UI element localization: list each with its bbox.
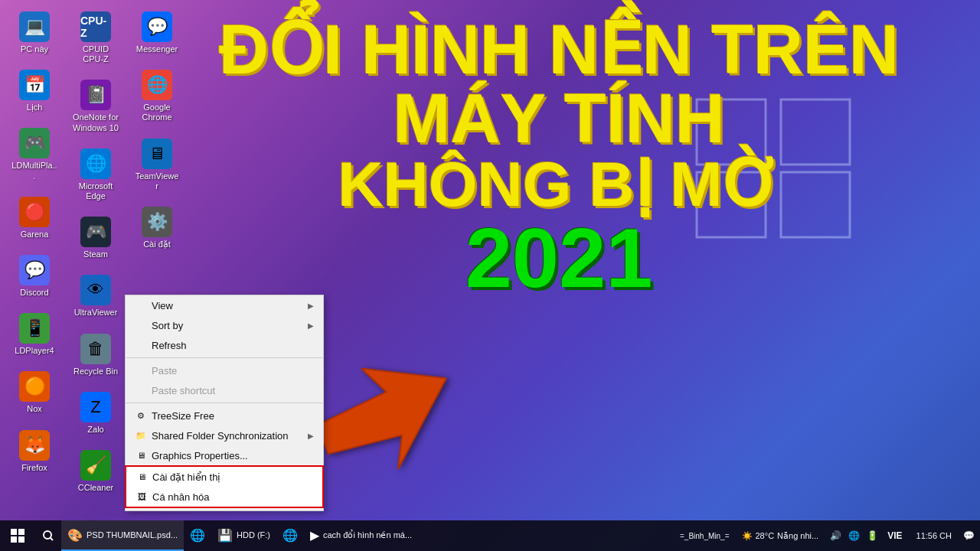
menu-item-refresh[interactable]: Refresh xyxy=(126,335,323,355)
taskbar-task-video[interactable]: ▶ cach đổi hình nền má... xyxy=(304,520,418,551)
onenote-label: OneNote for Windows 10 xyxy=(73,112,119,132)
personalize-icon: 🖼 xyxy=(136,491,148,503)
video-task-label: cach đổi hình nền má... xyxy=(323,530,412,540)
svg-rect-7 xyxy=(11,536,17,543)
network-icon[interactable]: 🌐 xyxy=(846,520,861,551)
chrome2-task-icon: 🌐 xyxy=(283,528,298,543)
weather-icon: ☀️ xyxy=(742,531,753,541)
onenote-icon: 📓 xyxy=(80,80,111,110)
display-settings-icon: 🖥 xyxy=(136,471,148,483)
recyclebin-label: Recycle Bin xyxy=(74,367,118,377)
ccleaner-label: CCleaner xyxy=(78,483,113,493)
desktop-icon-nox[interactable]: 🟠 Nox xyxy=(8,367,61,418)
menu-item-shared-folder[interactable]: 📁 Shared Folder Synchronization ▶ xyxy=(126,425,323,445)
menu-shared-folder-label: Shared Folder Synchronization xyxy=(152,430,308,442)
menu-treesizefree-label: TreeSize Free xyxy=(152,410,314,422)
hdd-task-icon: 💾 xyxy=(217,528,233,543)
video-task-icon: ▶ xyxy=(310,528,319,543)
firefox-icon: 🦊 xyxy=(19,430,50,461)
search-button[interactable] xyxy=(34,520,61,551)
menu-item-treesizefree[interactable]: ⚙ TreeSize Free xyxy=(126,406,323,425)
pc-icon: 💻 xyxy=(19,11,50,42)
desktop-icon-edge[interactable]: 🌐 Microsoft Edge xyxy=(69,145,122,205)
chrome-label: Google Chrome xyxy=(134,103,180,122)
ultraviewer-icon: 👁 xyxy=(80,275,111,305)
steam-icon: 🎮 xyxy=(80,217,111,247)
teamviewer-icon: 🖥 xyxy=(142,139,172,169)
ccleaner-icon: 🧹 xyxy=(80,450,111,481)
menu-view-label: View xyxy=(152,300,308,311)
taskbar-task-chrome[interactable]: 🌐 xyxy=(184,520,211,551)
desktop-icon-teamviewer[interactable]: 🖥 TeamViewer xyxy=(130,135,184,195)
desktop-icon-steam[interactable]: 🎮 Steam xyxy=(69,213,122,263)
svg-rect-6 xyxy=(18,529,24,535)
recyclebin-icon: 🗑 xyxy=(80,334,111,364)
menu-paste-shortcut-label: Paste shortcut xyxy=(152,385,314,396)
garena-label: Garena xyxy=(21,230,49,240)
cpuid-icon: CPU-Z xyxy=(80,11,111,42)
menu-refresh-label: Refresh xyxy=(152,340,314,351)
svg-rect-0 xyxy=(697,99,766,165)
lang-indicator[interactable]: VIE xyxy=(883,530,906,541)
taskbar-clock[interactable]: 11:56 CH xyxy=(910,530,958,541)
calendar-icon: 📅 xyxy=(19,70,50,100)
desktop-icon-recyclebin[interactable]: 🗑 Recycle Bin xyxy=(69,330,122,380)
desktop-icon-ccleaner[interactable]: 🧹 CCleaner xyxy=(69,446,122,497)
desktop-icon-firefox[interactable]: 🦊 Firefox xyxy=(8,426,61,477)
svg-rect-3 xyxy=(781,172,850,237)
menu-item-paste-shortcut: Paste shortcut xyxy=(126,380,323,400)
taskbar-task-chrome2[interactable]: 🌐 xyxy=(276,520,304,551)
garena-icon: 🔴 xyxy=(19,197,50,227)
refresh-icon xyxy=(135,339,147,351)
weather-widget[interactable]: ☀️ 28°C Nắng nhi... xyxy=(736,531,825,541)
desktop-icon-ldplayer[interactable]: 📱 LDPlayer4 xyxy=(8,309,61,360)
menu-sortby-label: Sort by xyxy=(152,320,308,331)
desktop-icon-zalo[interactable]: Z Zalo xyxy=(69,388,122,439)
hdd-task-label: HDD (F:) xyxy=(237,530,270,540)
desktop-icon-chrome[interactable]: 🌐 Google Chrome xyxy=(130,66,184,126)
ultraviewer-label: UltraViewer xyxy=(74,308,118,318)
notification-icon[interactable]: 💬 xyxy=(961,520,976,551)
taskbar-right-area: =_Binh_Min_= ☀️ 28°C Nắng nhi... 🔊 🌐 🔋 V… xyxy=(677,520,980,551)
chrome-task-icon: 🌐 xyxy=(190,528,205,543)
desktop-icon-settings[interactable]: ⚙️ Cài đặt xyxy=(130,203,184,253)
menu-item-paste: Paste xyxy=(126,360,323,380)
submenu-item-personalize[interactable]: 🖼 Cá nhân hóa xyxy=(126,487,322,507)
desktop-icon-onenote[interactable]: 📓 OneNote for Windows 10 xyxy=(69,76,122,136)
submenu-personalize: 🖥 Cài đặt hiển thị 🖼 Cá nhân hóa xyxy=(125,465,324,508)
desktop-icon-pc[interactable]: 💻 PC này xyxy=(8,8,61,58)
steam-label: Steam xyxy=(83,249,108,259)
cpuid-label: CPUID CPU-Z xyxy=(73,44,119,64)
nox-label: Nox xyxy=(27,404,42,414)
photoshop-task-label: PSD THUMBNAIL.psd... xyxy=(87,530,178,540)
paste-icon xyxy=(135,364,147,377)
desktop-icon-garena[interactable]: 🔴 Garena xyxy=(8,193,61,243)
desktop-icon-ultraviewer[interactable]: 👁 UltraViewer xyxy=(69,271,122,321)
menu-item-graphics-properties[interactable]: 🖥 Graphics Properties... xyxy=(126,445,323,465)
messenger-icon: 💬 xyxy=(142,11,172,42)
weather-desc: Nắng nhi... xyxy=(777,531,818,541)
desktop-icon-messenger[interactable]: 💬 Messenger xyxy=(130,8,184,58)
taskbar-task-photoshop[interactable]: 🎨 PSD THUMBNAIL.psd... xyxy=(61,520,184,551)
personalize-label: Cá nhân hóa xyxy=(152,491,313,503)
menu-item-view[interactable]: View ▶ xyxy=(126,295,323,315)
desktop-icon-calendar[interactable]: 📅 Lịch xyxy=(8,66,61,116)
firefox-label: Firefox xyxy=(21,463,47,473)
photoshop-task-icon: 🎨 xyxy=(67,528,83,543)
battery-icon[interactable]: 🔋 xyxy=(864,520,880,551)
volume-icon[interactable]: 🔊 xyxy=(828,520,843,551)
desktop-icon-discord[interactable]: 💬 Discord xyxy=(8,251,61,302)
taskbar-task-hdd[interactable]: 💾 HDD (F:) xyxy=(211,520,276,551)
taskbar: 🎨 PSD THUMBNAIL.psd... 🌐 💾 HDD (F:) 🌐 ▶ … xyxy=(0,520,980,551)
shared-folder-arrow: ▶ xyxy=(308,432,314,440)
svg-rect-8 xyxy=(18,536,24,543)
treesizefree-icon: ⚙ xyxy=(135,409,147,422)
menu-item-sort-by[interactable]: Sort by ▶ xyxy=(126,315,323,335)
desktop-icon-cpuid[interactable]: CPU-Z CPUID CPU-Z xyxy=(69,8,122,68)
menu-separator-2 xyxy=(126,403,323,403)
start-button[interactable] xyxy=(0,520,34,551)
edge-label: Microsoft Edge xyxy=(73,181,119,201)
submenu-item-display-settings[interactable]: 🖥 Cài đặt hiển thị xyxy=(126,467,322,487)
desktop-icon-ldmulti[interactable]: 🎮 LDMultiPla... xyxy=(8,124,61,184)
pc-label: PC này xyxy=(21,44,48,54)
